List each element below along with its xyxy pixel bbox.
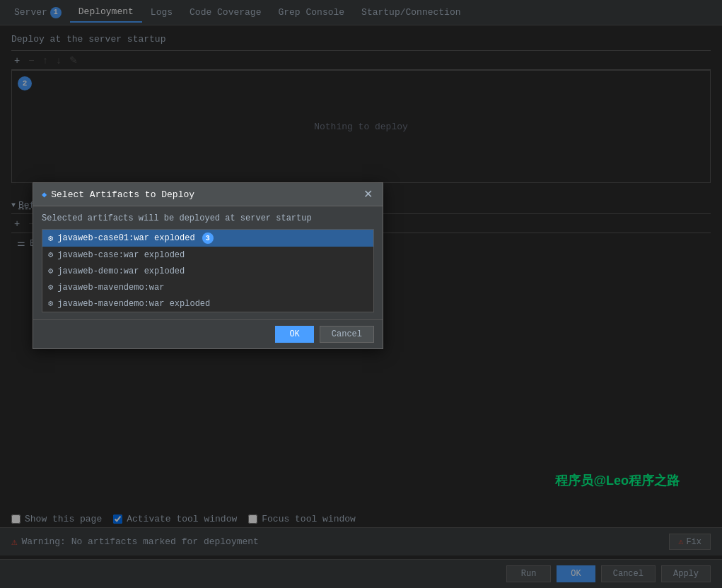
modal-dialog: ◆ Select Artifacts to Deploy ✕ Selected …: [33, 182, 383, 349]
modal-title-text: Select Artifacts to Deploy: [51, 189, 194, 200]
modal-header: ◆ Select Artifacts to Deploy ✕: [33, 183, 383, 206]
artifact-item[interactable]: ⚙javaweb-case01:war exploded3: [42, 230, 373, 247]
artifact-name: javaweb-case:war exploded: [57, 250, 185, 260]
artifact-list: ⚙javaweb-case01:war exploded3⚙javaweb-ca…: [42, 229, 374, 312]
artifact-badge: 3: [202, 233, 214, 244]
modal-title: ◆ Select Artifacts to Deploy: [42, 189, 194, 200]
modal-icon: ◆: [42, 189, 47, 200]
modal-cancel-button[interactable]: Cancel: [320, 326, 374, 343]
artifact-name: javaweb-case01:war exploded: [57, 233, 194, 243]
modal-cancel-label: Cancel: [332, 329, 362, 339]
artifact-item[interactable]: ⚙javaweb-case:war exploded: [42, 247, 373, 263]
artifact-icon: ⚙: [48, 266, 53, 276]
modal-footer: OK Cancel: [33, 319, 383, 348]
artifact-icon: ⚙: [48, 249, 53, 260]
modal-ok-button[interactable]: OK: [275, 326, 313, 343]
artifact-item[interactable]: ⚙javaweb-mavendemo:war exploded: [42, 295, 373, 312]
artifact-icon: ⚙: [48, 298, 53, 309]
artifact-item[interactable]: ⚙javaweb-demo:war exploded: [42, 263, 373, 279]
artifact-item[interactable]: ⚙javaweb-mavendemo:war: [42, 279, 373, 295]
modal-close-button[interactable]: ✕: [362, 189, 374, 200]
artifact-name: javaweb-demo:war exploded: [57, 266, 185, 276]
artifact-name: javaweb-mavendemo:war: [57, 283, 164, 293]
modal-ok-label: OK: [289, 329, 299, 339]
artifact-name: javaweb-mavendemo:war exploded: [57, 299, 210, 309]
modal-body: Selected artifacts will be deployed at s…: [33, 206, 383, 319]
artifact-icon: ⚙: [48, 282, 53, 293]
artifact-icon: ⚙: [48, 233, 53, 244]
modal-description: Selected artifacts will be deployed at s…: [42, 213, 374, 223]
